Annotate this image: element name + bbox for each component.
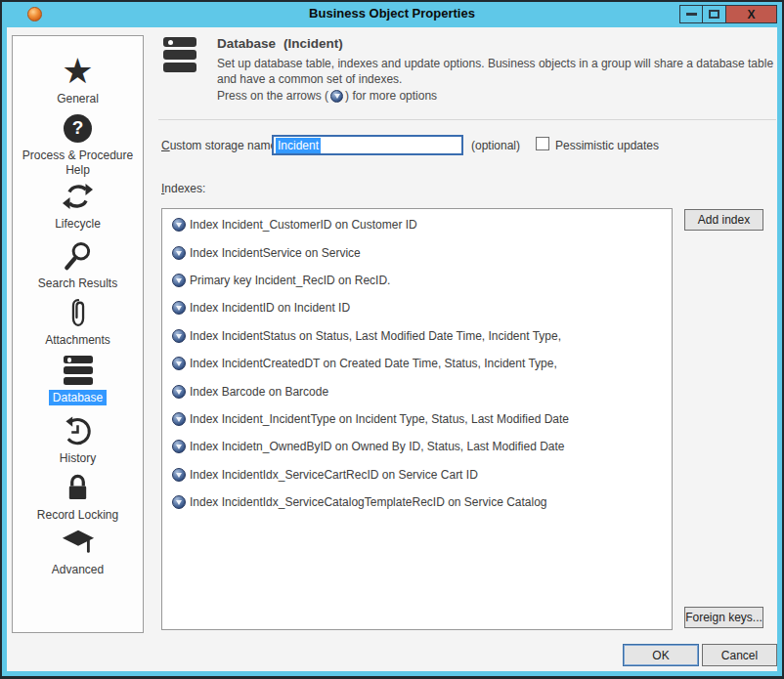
index-item-text: Index Incidetn_OwnedByID on Owned By ID,… bbox=[190, 440, 565, 453]
indexes-label: Indexes: bbox=[161, 182, 205, 195]
sidebar-item-label: Advanced bbox=[19, 563, 137, 577]
expand-arrow-icon[interactable] bbox=[172, 495, 186, 509]
database-header-icon bbox=[163, 37, 196, 72]
sidebar-item-label: Attachments bbox=[19, 333, 137, 348]
index-item-text: Index IncidentCreatedDT on Created Date … bbox=[190, 357, 557, 370]
index-list-item[interactable]: Index IncidentID on Incident ID bbox=[162, 294, 672, 321]
expand-arrow-icon[interactable] bbox=[172, 274, 186, 287]
window-title: Business Object Properties bbox=[2, 6, 782, 21]
expand-arrow-icon[interactable] bbox=[172, 440, 186, 453]
header-separator bbox=[158, 119, 776, 120]
sidebar-item-database[interactable]: Database bbox=[19, 353, 137, 405]
index-item-text: Index IncidentIdx_ServiceCartRecID on Se… bbox=[190, 468, 478, 482]
index-list-item[interactable]: Primary key Incident_RecID on RecID. bbox=[162, 267, 672, 294]
sidebar-item-label: History bbox=[19, 451, 137, 466]
sidebar-item-label: Database bbox=[19, 391, 137, 405]
sidebar-item-general[interactable]: ★ General bbox=[19, 54, 137, 106]
index-list-item[interactable]: Index Incident_CustomerID on Customer ID bbox=[162, 211, 672, 238]
index-item-text: Index IncidentIdx_ServiceCatalogTemplate… bbox=[190, 495, 547, 509]
index-item-text: Index Barcode on Barcode bbox=[190, 385, 328, 399]
page-hint: Press on the arrows ( ) for more options bbox=[217, 89, 437, 103]
index-item-text: Index IncidentService on Service bbox=[190, 246, 361, 260]
expand-arrow-icon[interactable] bbox=[172, 301, 186, 315]
maximize-button[interactable] bbox=[703, 5, 726, 23]
index-list-item[interactable]: Index IncidentIdx_ServiceCartRecID on Se… bbox=[162, 461, 672, 488]
sidebar: ★ General ? Process & Procedure Help Lif… bbox=[12, 35, 144, 633]
expand-arrow-icon[interactable] bbox=[172, 329, 186, 343]
cancel-button[interactable]: Cancel bbox=[702, 644, 777, 666]
custom-storage-name-label: Custom storage name: bbox=[161, 139, 280, 152]
sidebar-item-label: Process & Procedure Help bbox=[19, 149, 137, 178]
index-list-item[interactable]: Index Incident_IncidentType on Incident … bbox=[162, 405, 672, 433]
indexes-list[interactable]: Index Incident_CustomerID on Customer ID… bbox=[161, 208, 673, 630]
sidebar-item-record-locking[interactable]: Record Locking bbox=[19, 470, 137, 523]
paperclip-icon bbox=[19, 295, 137, 330]
expand-arrow-icon[interactable] bbox=[172, 385, 186, 399]
expand-arrow-icon[interactable] bbox=[172, 246, 186, 260]
sidebar-item-label: Record Locking bbox=[19, 508, 137, 523]
maximize-icon bbox=[709, 10, 719, 19]
sidebar-item-search-results[interactable]: Search Results bbox=[19, 238, 137, 291]
sidebar-item-attachments[interactable]: Attachments bbox=[19, 295, 137, 348]
minimize-button[interactable] bbox=[679, 5, 703, 23]
index-item-text: Primary key Incident_RecID on RecID. bbox=[190, 274, 390, 287]
index-list-item[interactable]: Index IncidentService on Service bbox=[162, 238, 672, 266]
sidebar-item-process-procedure-help[interactable]: ? Process & Procedure Help bbox=[19, 110, 137, 178]
sidebar-item-history[interactable]: History bbox=[19, 413, 137, 466]
index-list-item[interactable]: Index Barcode on Barcode bbox=[162, 377, 672, 404]
history-clock-icon bbox=[19, 413, 137, 448]
sidebar-item-label: General bbox=[19, 92, 137, 106]
page-description: Set up database table, indexes and updat… bbox=[217, 56, 781, 87]
padlock-icon bbox=[19, 470, 137, 505]
index-item-text: Index IncidentID on Incident ID bbox=[190, 301, 350, 315]
page-title: Database(Incident) bbox=[217, 36, 343, 51]
add-index-button[interactable]: Add index bbox=[684, 209, 763, 231]
graduation-cap-icon bbox=[19, 525, 137, 560]
expand-arrow-icon[interactable] bbox=[172, 218, 186, 232]
minimize-icon bbox=[686, 13, 697, 16]
expand-arrow-icon[interactable] bbox=[172, 468, 186, 482]
sidebar-item-lifecycle[interactable]: Lifecycle bbox=[19, 179, 137, 232]
optional-label: (optional) bbox=[471, 139, 520, 152]
sidebar-item-label: Search Results bbox=[19, 276, 137, 291]
ok-button[interactable]: OK bbox=[623, 644, 699, 666]
sidebar-item-label: Lifecycle bbox=[19, 217, 137, 232]
sidebar-item-advanced[interactable]: Advanced bbox=[19, 525, 137, 577]
index-list-item[interactable]: Index IncidentIdx_ServiceCatalogTemplate… bbox=[162, 488, 672, 516]
sync-arrows-icon bbox=[19, 179, 137, 214]
dialog-client-area: ★ General ? Process & Procedure Help Lif… bbox=[7, 27, 777, 671]
expand-arrow-icon[interactable] bbox=[172, 357, 186, 370]
pessimistic-updates-label: Pessimistic updates bbox=[555, 139, 659, 152]
question-circle-icon: ? bbox=[19, 110, 137, 146]
input-selected-text: Incident bbox=[276, 138, 321, 153]
expand-arrow-icon[interactable] bbox=[172, 412, 186, 426]
index-item-text: Index IncidentStatus on Status, Last Mod… bbox=[190, 329, 561, 343]
index-item-text: Index Incident_IncidentType on Incident … bbox=[190, 412, 569, 426]
index-list-item[interactable]: Index Incidetn_OwnedByID on Owned By ID,… bbox=[162, 433, 672, 460]
index-list-item[interactable]: Index IncidentStatus on Status, Last Mod… bbox=[162, 322, 672, 350]
down-arrow-sphere-icon bbox=[330, 90, 343, 103]
star-icon: ★ bbox=[19, 54, 137, 89]
magnifier-icon bbox=[19, 238, 137, 274]
titlebar: Business Object Properties X bbox=[2, 2, 782, 27]
index-list-item[interactable]: Index IncidentCreatedDT on Created Date … bbox=[162, 350, 672, 377]
custom-storage-name-input[interactable]: Incident bbox=[272, 135, 463, 155]
close-button[interactable]: X bbox=[726, 5, 777, 23]
database-stack-icon bbox=[19, 353, 137, 388]
pessimistic-updates-checkbox[interactable] bbox=[536, 137, 549, 150]
foreign-keys-button[interactable]: Foreign keys... bbox=[684, 607, 763, 628]
dialog-window: Business Object Properties X ★ General ?… bbox=[2, 2, 782, 676]
index-item-text: Index Incident_CustomerID on Customer ID bbox=[190, 218, 417, 232]
